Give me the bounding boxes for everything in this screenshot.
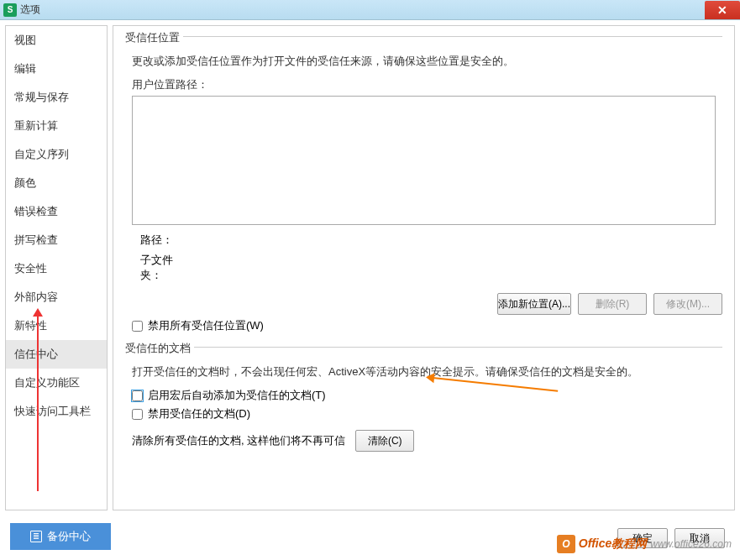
- sidebar-item-edit[interactable]: 编辑: [6, 55, 107, 83]
- sidebar-item-custom-list[interactable]: 自定义序列: [6, 140, 107, 169]
- path-row: 路径：: [140, 233, 722, 248]
- backup-center-button[interactable]: 备份中心: [10, 523, 111, 550]
- disable-all-checkbox[interactable]: [132, 321, 143, 332]
- clear-button[interactable]: 清除(C): [355, 430, 414, 452]
- add-location-button[interactable]: 添加新位置(A)...: [497, 293, 571, 315]
- watermark: O Office教程网 www.office26.com: [557, 535, 732, 553]
- path-label: 路径：: [140, 233, 191, 248]
- sidebar-item-recalc[interactable]: 重新计算: [6, 112, 107, 140]
- trusted-docs-fieldset: 受信任的文档 打开受信任的文档时，不会出现任何宏、ActiveX等活动内容的安全…: [125, 347, 722, 452]
- watermark-icon: O: [557, 535, 575, 553]
- sidebar: 视图 编辑 常规与保存 重新计算 自定义序列 颜色 错误检查 拼写检查 安全性 …: [5, 25, 108, 510]
- auto-add-label: 启用宏后自动添加为受信任的文档(T): [148, 388, 326, 403]
- sidebar-item-spell-check[interactable]: 拼写检查: [6, 226, 107, 254]
- sidebar-item-color[interactable]: 颜色: [6, 169, 107, 197]
- sidebar-item-quick-toolbar[interactable]: 快速访问工具栏: [6, 397, 107, 426]
- trusted-locations-buttons: 添加新位置(A)... 删除(R) 修改(M)...: [125, 293, 722, 315]
- close-button[interactable]: ✕: [705, 1, 740, 19]
- trusted-docs-legend: 受信任的文档: [125, 341, 194, 356]
- titlebar-left: S 选项: [0, 3, 40, 17]
- clear-desc: 清除所有受信任的文档, 这样他们将不再可信: [132, 433, 345, 448]
- annotation-arrow-red: [37, 315, 39, 491]
- content-panel: 受信任位置 更改或添加受信任位置作为打开文件的受信任来源，请确保这些位置是安全的…: [113, 25, 735, 510]
- disable-all-label: 禁用所有受信任位置(W): [148, 318, 264, 333]
- window-title: 选项: [20, 3, 40, 17]
- sidebar-item-new-features[interactable]: 新特性: [6, 311, 107, 340]
- disable-all-row[interactable]: 禁用所有受信任位置(W): [132, 318, 722, 333]
- disable-docs-checkbox[interactable]: [132, 409, 143, 420]
- auto-add-checkbox[interactable]: [132, 390, 143, 401]
- trusted-locations-fieldset: 受信任位置 更改或添加受信任位置作为打开文件的受信任来源，请确保这些位置是安全的…: [125, 36, 722, 333]
- subfolder-row: 子文件夹：: [140, 253, 722, 283]
- sidebar-item-error-check[interactable]: 错误检查: [6, 197, 107, 226]
- subfolder-label: 子文件夹：: [140, 253, 191, 283]
- backup-icon: [30, 531, 42, 542]
- disable-docs-row[interactable]: 禁用受信任的文档(D): [132, 406, 722, 421]
- sidebar-item-view[interactable]: 视图: [6, 26, 107, 55]
- main-area: 视图 编辑 常规与保存 重新计算 自定义序列 颜色 错误检查 拼写检查 安全性 …: [0, 20, 740, 516]
- trusted-locations-legend: 受信任位置: [125, 30, 183, 45]
- watermark-brand: Office教程网: [579, 536, 647, 552]
- titlebar: S 选项 ✕: [0, 0, 740, 20]
- user-path-textarea[interactable]: [132, 96, 716, 225]
- footer: 备份中心: [10, 523, 111, 550]
- remove-location-button: 删除(R): [578, 293, 647, 315]
- sidebar-item-trust-center[interactable]: 信任中心: [6, 340, 107, 369]
- watermark-url: www.office26.com: [650, 538, 732, 550]
- sidebar-item-external[interactable]: 外部内容: [6, 283, 107, 311]
- auto-add-row[interactable]: 启用宏后自动添加为受信任的文档(T): [132, 388, 722, 403]
- trusted-locations-desc: 更改或添加受信任位置作为打开文件的受信任来源，请确保这些位置是安全的。: [132, 54, 722, 69]
- backup-label: 备份中心: [47, 529, 91, 544]
- disable-docs-label: 禁用受信任的文档(D): [148, 406, 250, 421]
- app-icon: S: [3, 3, 17, 17]
- sidebar-item-security[interactable]: 安全性: [6, 254, 107, 283]
- user-path-label: 用户位置路径：: [132, 77, 722, 92]
- clear-row: 清除所有受信任的文档, 这样他们将不再可信 清除(C): [132, 430, 722, 452]
- sidebar-item-custom-ribbon[interactable]: 自定义功能区: [6, 369, 107, 397]
- sidebar-item-general-save[interactable]: 常规与保存: [6, 83, 107, 112]
- modify-location-button: 修改(M)...: [653, 293, 722, 315]
